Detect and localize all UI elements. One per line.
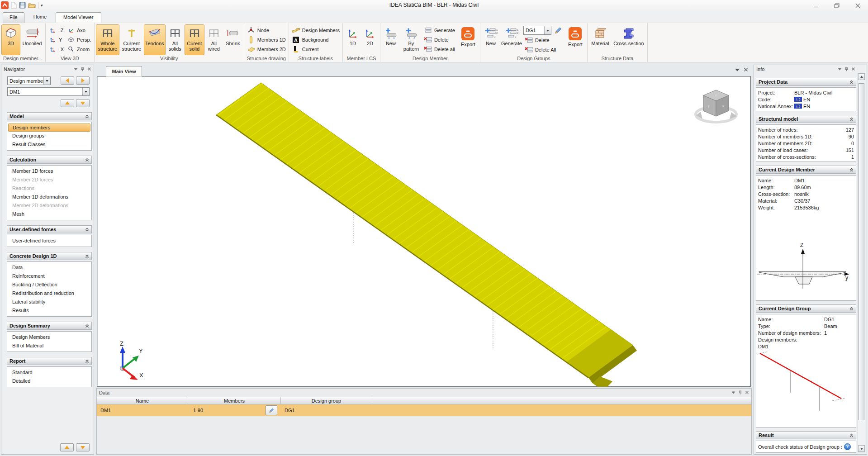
nav-section-header-report[interactable]: Report — [7, 357, 92, 365]
members-2d-toggle[interactable]: Members 2D — [246, 45, 287, 53]
chevron-down-icon[interactable] — [43, 77, 50, 85]
current-solid-button[interactable]: Curent solid — [185, 24, 204, 55]
cross-section-button[interactable]: Cross-section — [612, 24, 646, 55]
view-neg-z-button[interactable]: -Z — [47, 26, 65, 34]
close-icon[interactable] — [745, 390, 749, 394]
info-header-result[interactable]: Result — [756, 431, 856, 439]
close-icon[interactable] — [87, 67, 91, 71]
current-labels-toggle[interactable]: Current — [290, 45, 341, 53]
model-viewport[interactable]: Z Y X z y x — [97, 76, 751, 387]
new-design-group-button[interactable]: 123 New — [482, 24, 500, 55]
sidebar-item-lateral-stability[interactable]: Lateral stability — [7, 298, 91, 306]
edit-pencil-icon[interactable] — [553, 26, 562, 35]
cell-members[interactable]: 1-90 — [188, 404, 281, 416]
delete-member-button[interactable]: Delete — [422, 35, 458, 44]
nav-section-header-concrete-design-1d[interactable]: Concrete Design 1D — [7, 252, 92, 260]
info-header-current-group[interactable]: Current Design Group — [756, 304, 856, 313]
view-zoom-button[interactable]: Zoom — [65, 45, 93, 53]
chevron-down-icon[interactable] — [544, 26, 551, 34]
next-member-button[interactable] — [76, 76, 90, 85]
chevron-collapse-icon[interactable] — [85, 254, 89, 258]
sidebar-item-buckling-deflection[interactable]: Buckling / Deflection — [7, 280, 91, 289]
material-button[interactable]: Material — [589, 24, 612, 55]
sidebar-item-member-1d-forces[interactable]: Member 1D forces — [7, 167, 91, 176]
sidebar-item-result-classes[interactable]: Result Classes — [7, 140, 91, 149]
info-header-project-data[interactable]: Project Data — [756, 78, 856, 86]
members-1d-toggle[interactable]: Members 1D — [246, 35, 287, 44]
lcs-1d-button[interactable]: 1D — [344, 24, 361, 55]
sidebar-item-standard-report[interactable]: Standard — [7, 368, 91, 377]
chevron-collapse-icon[interactable] — [849, 168, 854, 172]
sidebar-item-mesh[interactable]: Mesh — [7, 210, 91, 218]
nav-section-header-user-defined-forces[interactable]: User-defined forces — [7, 225, 92, 233]
nav-bottom-up-button[interactable] — [60, 443, 74, 451]
table-row[interactable]: DM1 1-90 DG1 — [97, 404, 751, 417]
new-design-member-button[interactable]: New — [382, 24, 400, 55]
export-group-button[interactable]: Export — [565, 24, 586, 55]
current-structure-button[interactable]: Current structure — [119, 24, 144, 55]
nav-section-header-calculation[interactable]: Calculation — [7, 156, 92, 164]
design-group-select[interactable]: DG1 — [523, 26, 551, 35]
export-member-button[interactable]: Export — [458, 24, 479, 55]
column-header-name[interactable]: Name — [97, 397, 188, 404]
move-down-button[interactable] — [76, 99, 90, 107]
prev-member-button[interactable] — [61, 76, 74, 85]
view-cube[interactable]: z y x — [694, 86, 738, 127]
view-y-button[interactable]: Y — [47, 35, 65, 44]
sidebar-item-detailed-report[interactable]: Detailed — [7, 377, 91, 385]
panel-menu-icon[interactable] — [731, 391, 735, 394]
close-icon[interactable] — [744, 67, 748, 72]
sidebar-item-bill-of-material[interactable]: Bill of Material — [7, 342, 91, 350]
sidebar-item-data[interactable]: Data — [7, 263, 91, 272]
sidebar-item-member-1d-deformations[interactable]: Member 1D deformations — [7, 193, 91, 201]
shrink-button[interactable]: Shrink — [223, 24, 242, 55]
edit-members-button[interactable] — [266, 405, 277, 415]
info-header-current-member[interactable]: Current Design Member — [756, 166, 856, 174]
whole-structure-button[interactable]: Whole structure — [96, 24, 119, 55]
chevron-down-icon[interactable] — [82, 88, 89, 95]
column-header-members[interactable]: Members — [188, 397, 281, 404]
nav-section-header-model[interactable]: Model — [7, 112, 92, 120]
view-persp-button[interactable]: Persp. — [65, 35, 93, 44]
restore-button[interactable] — [826, 0, 847, 11]
collapse-panel-icon[interactable] — [735, 68, 740, 71]
uncoiled-button[interactable]: Uncoiled — [20, 24, 44, 55]
scroll-down-button[interactable] — [858, 445, 865, 452]
chevron-collapse-icon[interactable] — [849, 307, 854, 311]
chevron-collapse-icon[interactable] — [85, 324, 89, 328]
minimize-button[interactable] — [806, 0, 826, 11]
tab-file[interactable]: File — [3, 12, 24, 23]
delete-group-button[interactable]: Delete — [523, 36, 565, 44]
close-button[interactable] — [847, 0, 868, 11]
generate-groups-button[interactable]: 123 Generate — [500, 24, 523, 55]
scrollbar-thumb[interactable] — [859, 83, 864, 420]
lcs-2d-button[interactable]: 2D — [361, 24, 379, 55]
sidebar-item-design-groups[interactable]: Design groups — [7, 132, 91, 140]
cell-design-group[interactable]: DG1 — [281, 404, 372, 416]
sidebar-item-results[interactable]: Results — [7, 306, 91, 315]
view-neg-x-button[interactable]: -X — [47, 45, 65, 53]
all-wired-button[interactable]: All wired — [204, 24, 223, 55]
panel-menu-icon[interactable] — [838, 68, 842, 71]
close-icon[interactable] — [851, 67, 855, 71]
tab-home[interactable]: Home — [26, 12, 54, 23]
sidebar-item-user-defined-forces[interactable]: User-defined forces — [7, 237, 91, 245]
sidebar-item-reinforcement[interactable]: Reinforcement — [7, 272, 91, 280]
tab-model-viewer[interactable]: Model Viewer — [56, 12, 101, 23]
chevron-collapse-icon[interactable] — [85, 114, 89, 119]
navigator-mode-select[interactable]: Design member — [7, 76, 51, 85]
chevron-collapse-icon[interactable] — [849, 80, 854, 84]
nav-bottom-down-button[interactable] — [76, 443, 90, 451]
pin-icon[interactable] — [844, 67, 849, 71]
design-members-labels-toggle[interactable]: Design Members — [290, 26, 341, 34]
sidebar-item-design-members[interactable]: Design members — [8, 124, 90, 132]
scroll-up-button[interactable] — [858, 73, 865, 80]
background-labels-toggle[interactable]: ABackground — [290, 35, 341, 44]
move-up-button[interactable] — [61, 99, 74, 107]
chevron-collapse-icon[interactable] — [85, 359, 89, 363]
navigator-member-select[interactable]: DM1 — [7, 87, 90, 96]
nav-section-header-design-summary[interactable]: Design Summary — [7, 322, 92, 330]
cell-name[interactable]: DM1 — [97, 404, 188, 416]
chevron-collapse-icon[interactable] — [85, 158, 89, 162]
chevron-collapse-icon[interactable] — [85, 228, 89, 232]
